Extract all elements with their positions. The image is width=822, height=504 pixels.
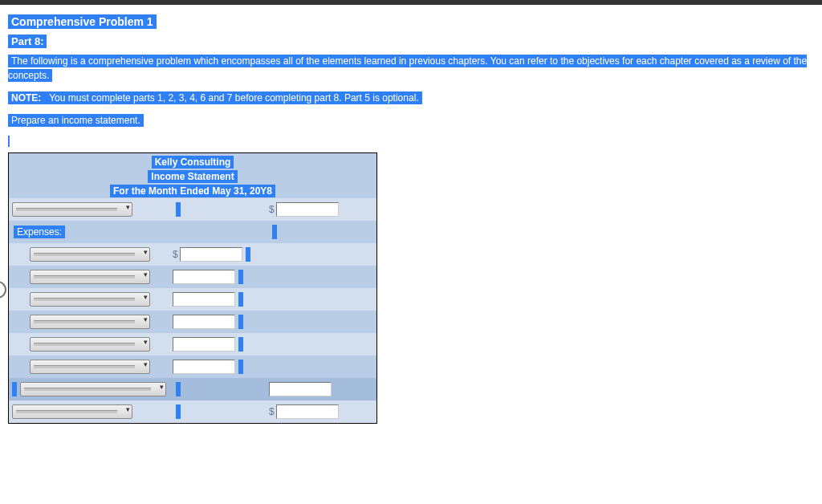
amount-input[interactable] — [276, 404, 339, 419]
selection-stub — [238, 360, 243, 374]
selection-stub — [246, 247, 250, 262]
selection-stub — [12, 382, 17, 396]
amount-input[interactable] — [180, 247, 242, 262]
text-cursor — [8, 136, 10, 147]
table-row — [9, 356, 376, 378]
statement-company: Kelly Consulting — [152, 156, 234, 169]
dollar-icon: $ — [173, 249, 178, 260]
table-row — [9, 311, 376, 333]
dollar-icon: $ — [269, 204, 275, 215]
selection-stub — [176, 382, 181, 396]
statement-report: Income Statement — [148, 170, 237, 183]
account-dropdown[interactable] — [30, 292, 150, 307]
note-body: You must complete parts 1, 2, 3, 4, 6 an… — [49, 92, 419, 104]
table-row — [9, 378, 376, 400]
amount-input[interactable] — [173, 337, 235, 352]
expenses-label: Expenses: — [14, 226, 65, 238]
selection-stub — [238, 270, 243, 284]
instruction-text: Prepare an income statement. — [8, 114, 144, 127]
account-dropdown[interactable] — [30, 337, 150, 352]
amount-input[interactable] — [276, 202, 339, 217]
account-dropdown[interactable] — [30, 315, 150, 329]
amount-input[interactable] — [173, 315, 235, 329]
amount-input[interactable] — [173, 270, 235, 284]
table-row: $ — [9, 198, 376, 221]
account-dropdown[interactable] — [20, 382, 166, 396]
selection-stub — [176, 202, 181, 217]
part-title: Part 8: — [8, 35, 47, 48]
note-label: NOTE: — [11, 92, 41, 104]
intro-text: The following is a comprehensive problem… — [8, 55, 807, 82]
table-row — [9, 333, 376, 356]
account-dropdown[interactable] — [30, 360, 150, 374]
table-row — [9, 288, 376, 311]
account-dropdown[interactable] — [12, 404, 132, 419]
dollar-icon: $ — [269, 406, 275, 417]
account-dropdown[interactable] — [12, 202, 132, 217]
table-row: $ — [9, 243, 376, 266]
note-line: NOTE: You must complete parts 1, 2, 3, 4… — [8, 91, 422, 104]
amount-input[interactable] — [173, 292, 235, 307]
selection-stub — [238, 315, 243, 329]
account-dropdown[interactable] — [30, 247, 150, 262]
selection-stub — [272, 225, 277, 239]
statement-period: For the Month Ended May 31, 20Y8 — [110, 185, 275, 197]
problem-title: Comprehensive Problem 1 — [8, 14, 157, 29]
income-statement-table: Kelly Consulting Income Statement For th… — [8, 152, 377, 424]
account-dropdown[interactable] — [30, 270, 150, 284]
selection-stub — [238, 292, 243, 307]
amount-input[interactable] — [269, 382, 332, 396]
amount-input[interactable] — [173, 360, 235, 374]
table-row — [9, 266, 376, 288]
table-row: $ — [9, 400, 376, 423]
selection-stub — [238, 337, 243, 352]
table-row: Expenses: — [9, 221, 376, 243]
selection-stub — [176, 404, 181, 419]
